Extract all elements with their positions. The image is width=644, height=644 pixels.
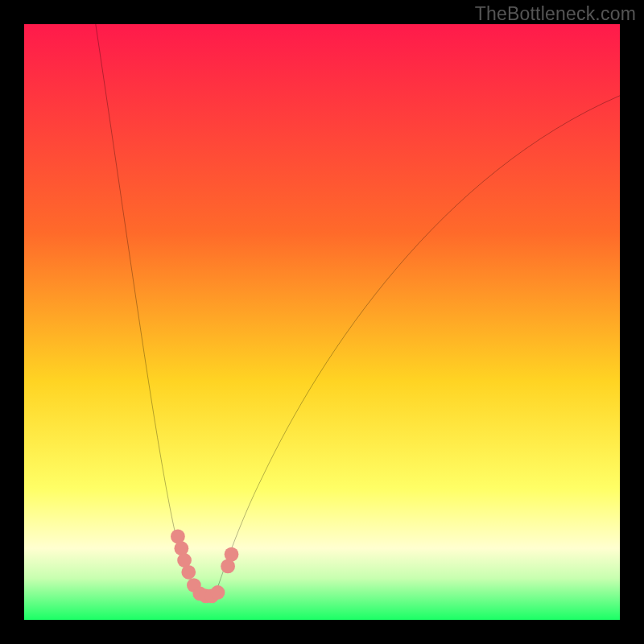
- marker-cluster-point: [181, 565, 196, 580]
- watermark-text: TheBottleneck.com: [475, 3, 636, 25]
- marker-cluster-point: [211, 585, 225, 600]
- plot-area: [24, 24, 620, 620]
- chart-svg: [24, 24, 620, 620]
- outer-frame: TheBottleneck.com: [0, 0, 644, 644]
- background-rect: [24, 24, 620, 620]
- marker-cluster-point: [225, 547, 239, 562]
- marker-cluster-point: [174, 541, 188, 555]
